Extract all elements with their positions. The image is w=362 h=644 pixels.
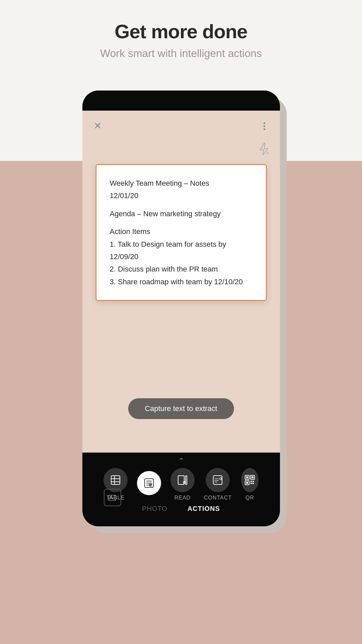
flash-button[interactable]: A <box>255 141 272 158</box>
tab-photo[interactable]: PHOTO <box>142 505 167 513</box>
dots-icon <box>264 125 265 127</box>
notes-line-1: Weekly Team Meeting – Notes <box>110 177 252 189</box>
svg-rect-28 <box>108 495 116 501</box>
contact-icon <box>212 474 223 486</box>
tab-bar: PHOTO ACTIONS <box>142 505 220 513</box>
notes-card: Weekly Team Meeting – Notes 12/01/20 Age… <box>96 164 267 301</box>
header: Get more done Work smart with intelligen… <box>0 20 362 60</box>
notes-line-6: 2. Discuss plan with the PR team <box>110 263 252 275</box>
notes-line-2: 12/01/20 <box>110 189 252 202</box>
table-icon <box>110 474 121 486</box>
svg-rect-25 <box>252 481 254 482</box>
svg-rect-24 <box>250 481 252 482</box>
more-options-button[interactable] <box>257 119 272 133</box>
read-label: READ <box>174 495 191 501</box>
notes-content: Weekly Team Meeting – Notes 12/01/20 Age… <box>110 177 252 288</box>
dots-icon <box>264 128 265 130</box>
capture-button[interactable]: Capture text to extract <box>128 398 234 419</box>
phone-notch <box>161 97 201 105</box>
svg-rect-11 <box>186 476 187 484</box>
svg-rect-21 <box>246 476 248 478</box>
notes-line-5: 1. Talk to Design team for assets by 12/… <box>110 238 252 263</box>
qr-label: QR <box>245 495 254 501</box>
camera-view: ✕ A Weekly Team Meeting – <box>82 111 280 473</box>
close-button[interactable]: ✕ <box>90 119 105 133</box>
read-icon-circle <box>170 468 195 492</box>
page-title: Get more done <box>0 20 362 43</box>
svg-rect-13 <box>213 476 222 484</box>
action-item-contact[interactable]: CONTACT <box>204 468 232 501</box>
notes-line-4: Action Items <box>110 225 252 238</box>
qr-icon-circle <box>241 468 259 492</box>
svg-rect-1 <box>111 476 120 484</box>
text-icon <box>143 477 155 489</box>
flash-icon: A <box>256 142 271 157</box>
gallery-button[interactable] <box>104 489 121 506</box>
notes-line-3: Agenda – New marketing strategy <box>110 208 252 220</box>
action-item-qr[interactable]: QR <box>241 468 259 501</box>
svg-rect-27 <box>252 483 254 484</box>
close-icon: ✕ <box>94 121 101 131</box>
page-subtitle: Work smart with intelligent actions <box>0 47 362 60</box>
tab-actions[interactable]: ACTIONS <box>188 505 220 513</box>
phone-mockup: ✕ A Weekly Team Meeting – <box>82 91 280 526</box>
qr-icon <box>244 474 256 486</box>
svg-rect-23 <box>246 482 248 484</box>
phone-frame: ✕ A Weekly Team Meeting – <box>82 91 280 526</box>
contact-icon-circle <box>206 468 230 492</box>
text-icon-circle <box>137 471 161 495</box>
bottom-controls: ⌃ TABLE <box>82 453 280 526</box>
phone-top-bar <box>82 91 280 111</box>
chevron-up-icon: ⌃ <box>178 457 184 465</box>
read-icon <box>177 474 188 486</box>
svg-text:A: A <box>266 151 269 156</box>
notes-line-7: 3. Share roadmap with team by 12/10/20 <box>110 276 252 288</box>
dots-icon <box>264 122 265 124</box>
svg-rect-26 <box>250 483 252 484</box>
action-item-text[interactable] <box>137 471 161 498</box>
action-item-read[interactable]: READ <box>170 468 195 501</box>
svg-rect-22 <box>251 476 254 478</box>
svg-point-17 <box>220 478 222 480</box>
contact-label: CONTACT <box>204 495 232 501</box>
gallery-icon <box>107 492 118 503</box>
